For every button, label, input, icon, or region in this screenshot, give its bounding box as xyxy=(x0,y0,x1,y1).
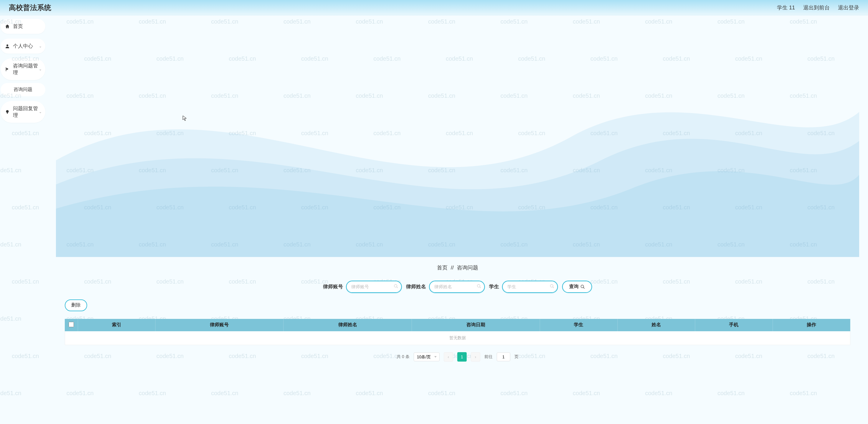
svg-point-9 xyxy=(581,285,584,288)
header: 高校普法系统 学生 11 退出到前台 退出登录 xyxy=(0,0,868,15)
chevron-down-icon: ⌄ xyxy=(39,67,42,71)
bulb-icon xyxy=(5,109,10,115)
col-realname: 姓名 xyxy=(617,319,695,331)
table-wrap: 索引 律师账号 律师姓名 咨询日期 学生 姓名 手机 操作 暂无数据 xyxy=(65,319,850,345)
delete-button-label: 删除 xyxy=(71,302,81,307)
filter-input-account[interactable] xyxy=(346,281,402,293)
sidebar-item-reply-mgmt[interactable]: 问题回复管理 ⌄ xyxy=(1,101,45,123)
filter-bar: 律师账号 律师姓名 xyxy=(56,275,859,298)
jump-text: 前往 xyxy=(484,354,493,360)
col-phone: 手机 xyxy=(695,319,773,331)
breadcrumb-sep: // xyxy=(451,265,454,271)
table-header-row: 索引 律师账号 律师姓名 咨询日期 学生 姓名 手机 操作 xyxy=(65,319,850,331)
breadcrumb-current: 咨询问题 xyxy=(457,265,478,271)
sidebar-item-label: 个人中心 xyxy=(13,43,33,50)
chevron-down-icon: ⌄ xyxy=(39,110,42,114)
sidebar-item-consult-mgmt[interactable]: 咨询问题管理 ⌄ xyxy=(1,58,45,80)
flag-icon xyxy=(5,66,10,72)
filter-label-student: 学生 xyxy=(489,283,499,290)
col-index: 索引 xyxy=(78,319,155,331)
jump-suffix: 页 xyxy=(515,354,519,360)
user-label[interactable]: 学生 11 xyxy=(777,4,795,11)
cursor-icon xyxy=(183,115,187,121)
search-button[interactable]: 查询 xyxy=(562,281,592,293)
svg-line-10 xyxy=(583,287,585,289)
sidebar: 首页 个人中心 ⌄ 咨询问题管理 ⌄ 咨询问题 问题回复管理 xyxy=(0,15,47,424)
search-button-label: 查询 xyxy=(569,283,579,290)
sidebar-item-label: 首页 xyxy=(13,23,23,30)
filter-label-name: 律师姓名 xyxy=(406,283,426,290)
header-right: 学生 11 退出到前台 退出登录 xyxy=(777,4,859,11)
col-name: 律师姓名 xyxy=(283,319,412,331)
delete-button[interactable]: 删除 xyxy=(65,299,87,311)
breadcrumb: 首页 // 咨询问题 xyxy=(56,257,859,275)
main-content: 首页 // 咨询问题 律师账号 律师姓名 xyxy=(47,15,868,424)
prev-page-button[interactable]: ‹ xyxy=(444,352,453,362)
app-title: 高校普法系统 xyxy=(9,3,51,12)
svg-point-1 xyxy=(6,110,9,113)
sidebar-item-personal[interactable]: 个人中心 ⌄ xyxy=(1,38,45,54)
home-icon xyxy=(5,24,10,29)
decorative-wave xyxy=(56,15,859,257)
pagination: 共 0 条 10条/页 ‹ 1 › 前往 页 xyxy=(56,345,859,369)
chevron-down-icon: ⌄ xyxy=(39,44,42,48)
sidebar-item-label: 问题回复管理 xyxy=(13,105,41,119)
breadcrumb-home[interactable]: 首页 xyxy=(437,265,447,271)
page-number[interactable]: 1 xyxy=(457,352,467,362)
next-page-button[interactable]: › xyxy=(471,352,480,362)
col-student: 学生 xyxy=(540,319,617,331)
filter-input-student[interactable] xyxy=(502,281,558,293)
col-action: 操作 xyxy=(773,319,850,331)
user-icon xyxy=(5,43,10,49)
page-jump-input[interactable] xyxy=(497,353,510,361)
sidebar-subitem-consult[interactable]: 咨询问题 xyxy=(1,83,45,96)
filter-input-name[interactable] xyxy=(429,281,485,293)
filter-label-account: 律师账号 xyxy=(323,283,343,290)
total-text: 共 0 条 xyxy=(397,354,409,360)
svg-point-0 xyxy=(6,44,8,46)
sidebar-subitem-label: 咨询问题 xyxy=(13,87,32,92)
svg-rect-2 xyxy=(7,113,8,114)
select-all-checkbox[interactable] xyxy=(69,322,74,327)
col-date: 咨询日期 xyxy=(412,319,540,331)
col-account: 律师账号 xyxy=(155,319,283,331)
table-empty-text: 暂无数据 xyxy=(65,331,850,345)
exit-to-front-link[interactable]: 退出到前台 xyxy=(803,4,830,11)
sidebar-item-home[interactable]: 首页 xyxy=(1,19,45,34)
page-size-select[interactable]: 10条/页 xyxy=(414,353,440,361)
results-table: 索引 律师账号 律师姓名 咨询日期 学生 姓名 手机 操作 xyxy=(65,319,850,331)
sidebar-item-label: 咨询问题管理 xyxy=(13,62,41,76)
logout-link[interactable]: 退出登录 xyxy=(838,4,859,11)
search-icon xyxy=(580,284,585,289)
